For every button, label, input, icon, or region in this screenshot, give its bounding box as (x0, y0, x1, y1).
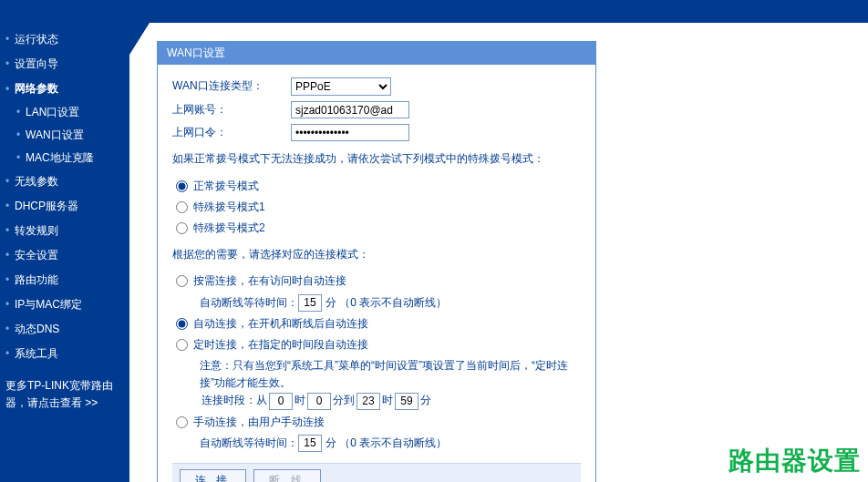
conn-on-demand-radio[interactable] (176, 275, 188, 287)
conn-manual-label: 手动连接，由用户手动连接 (193, 414, 325, 431)
nav-item-6[interactable]: 安全设置 (0, 243, 129, 268)
wan-settings-panel: WAN口设置 WAN口连接类型： PPPoE 上网账号： 上网口令： (157, 41, 596, 482)
nav-item-2[interactable]: 网络参数 (0, 77, 129, 101)
dial-hint: 如果正常拨号模式下无法连接成功，请依次尝试下列模式中的特殊拨号模式： (172, 150, 581, 168)
nav-item-8[interactable]: IP与MAC绑定 (0, 292, 129, 317)
tplink-more-link[interactable]: 更多TP-LINK宽带路由器，请点击查看 >> (0, 366, 129, 412)
wan-type-select[interactable]: PPPoE (291, 77, 391, 96)
conn-scheduled-radio[interactable] (176, 339, 188, 351)
dial-mode-radio-0[interactable] (176, 180, 188, 192)
dial-mode-label-1: 特殊拨号模式1 (193, 199, 265, 216)
manual-idle-unit: 分 （0 表示不自动断线） (326, 435, 447, 452)
nav-sub-item-2-2[interactable]: MAC地址克隆 (11, 147, 129, 169)
manual-idle-label: 自动断线等待时间： (200, 435, 298, 452)
nav-sub-item-2-0[interactable]: LAN口设置 (11, 101, 129, 124)
nav-item-3[interactable]: 无线参数 (0, 169, 129, 194)
connect-button[interactable]: 连 接 (180, 469, 246, 482)
nav-sub-item-2-1[interactable]: WAN口设置 (11, 124, 129, 147)
conn-auto-radio[interactable] (176, 318, 188, 330)
on-demand-idle-input[interactable] (298, 294, 322, 312)
top-bar (129, 0, 868, 23)
sched-min1-input[interactable] (307, 393, 331, 410)
dial-mode-radio-1[interactable] (176, 201, 188, 213)
nav-item-0[interactable]: 运行状态 (0, 27, 129, 52)
sched-hour2-input[interactable] (356, 393, 380, 410)
nav-item-10[interactable]: 系统工具 (0, 342, 129, 366)
panel-title: WAN口设置 (158, 42, 595, 65)
password-input[interactable] (291, 124, 409, 141)
nav-item-9[interactable]: 动态DNS (0, 317, 129, 342)
dial-mode-radio-2[interactable] (176, 222, 188, 234)
conn-manual-radio[interactable] (176, 416, 188, 428)
conn-on-demand-label: 按需连接，在有访问时自动连接 (193, 272, 346, 290)
nav-item-4[interactable]: DHCP服务器 (0, 194, 129, 219)
sidebar: 运行状态设置向导网络参数LAN口设置WAN口设置MAC地址克隆无线参数DHCP服… (0, 0, 129, 482)
manual-idle-input[interactable] (298, 435, 322, 452)
nav-item-1[interactable]: 设置向导 (0, 52, 129, 77)
sched-min2-input[interactable] (395, 393, 418, 410)
time-prefix: 连接时段：从 (202, 392, 267, 409)
conn-hint: 根据您的需要，请选择对应的连接模式： (172, 246, 581, 263)
sched-hour1-input[interactable] (269, 393, 293, 410)
watermark-text: 路由器设置 (728, 444, 861, 478)
on-demand-idle-label: 自动断线等待时间： (200, 294, 298, 312)
account-label: 上网账号： (172, 101, 291, 118)
conn-auto-label: 自动连接，在开机和断线后自动连接 (193, 315, 368, 333)
disconnect-button[interactable]: 断 线 (253, 469, 320, 482)
nav-item-5[interactable]: 转发规则 (0, 219, 129, 243)
nav-item-7[interactable]: 路由功能 (0, 268, 129, 292)
dial-mode-label-0: 正常拨号模式 (193, 178, 259, 195)
password-label: 上网口令： (172, 124, 291, 141)
conn-scheduled-label: 定时连接，在指定的时间段自动连接 (193, 336, 368, 354)
account-input[interactable] (291, 101, 409, 118)
wan-type-label: WAN口连接类型： (172, 77, 291, 95)
dial-mode-label-2: 特殊拨号模式2 (193, 220, 265, 237)
on-demand-idle-unit: 分 （0 表示不自动断线） (326, 294, 447, 312)
scheduled-note: 注意：只有当您到“系统工具”菜单的“时间设置”项设置了当前时间后，“定时连接”功… (200, 357, 581, 392)
